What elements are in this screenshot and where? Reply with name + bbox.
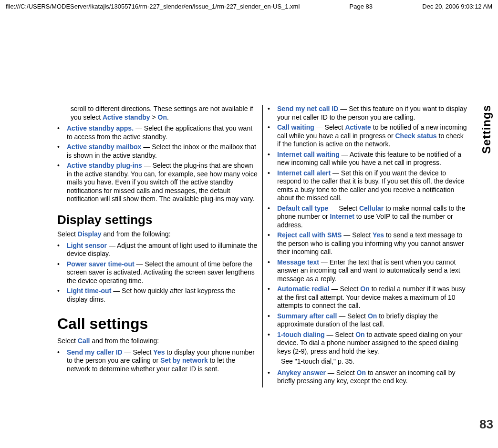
print-header: file:///C:/USERS/MODEServer/lkatajis/130… [0,0,498,12]
see-ref: See "1-touch dial," p. 35. [268,357,468,366]
header-page: Page 83 [350,3,373,10]
list-item: •Anykey answer — Select On to answer an … [268,369,468,386]
kw: On [360,285,369,293]
kw: Internet call waiting [277,151,340,158]
kw: On [368,312,377,320]
kw: Check status [395,132,436,140]
kw: On [357,369,366,377]
text: — Select [330,285,361,293]
bullet: • [268,123,277,149]
intro-paragraph: scroll to different directions. These se… [57,105,258,122]
kw: Send my caller ID [67,348,123,356]
list-item: •1-touch dialing — Select On to activate… [268,331,468,356]
bullet: • [57,162,67,204]
list-item: •Active standby apps. — Select the appli… [57,124,258,141]
list-item: •Call waiting — Select Activate to be no… [268,123,468,149]
kw: Active standby plug-ins [67,162,142,169]
bullet: • [268,331,277,356]
kw: Call waiting [277,123,314,131]
text: and from the following: [90,337,159,345]
text: Select [57,337,78,345]
bullet: • [268,169,277,203]
page-body: scroll to different directions. These se… [57,105,479,387]
text: — Select [342,231,373,239]
list-item: •Active standby mailbox — Select the inb… [57,143,258,160]
list-item: •Internet call waiting — Activate this f… [268,151,468,167]
list-item: •Power saver time-out — Select the amoun… [57,260,258,285]
bullet: • [268,258,277,284]
kw-set-by-network: Set by network [160,356,208,364]
display-intro: Select Display and from the following: [57,230,258,239]
list-item: •Default call type — Select Cellular to … [268,204,468,230]
bullet: • [57,348,67,374]
text: — Select [337,312,368,320]
kw: Activate [345,123,371,131]
kw: Power saver time-out [67,260,135,268]
kw: Cellular [359,204,384,212]
kw-call: Call [78,337,90,345]
bullet: • [57,260,67,285]
left-column: scroll to different directions. These se… [57,105,258,387]
kw: Light sensor [67,242,107,249]
list-item: •Message text — Enter the text that is s… [268,258,468,284]
side-tab-settings: Settings [480,105,493,154]
right-column: •Send my net call ID — Set this feature … [268,105,468,387]
kw-active-standby: Active standby [103,113,150,121]
list-item: •Reject call with SMS — Select Yes to se… [268,231,468,256]
header-timestamp: Dec 20, 2006 9:03:12 AM [422,3,492,10]
bullet: • [268,204,277,230]
text: — Select [314,123,345,131]
kw: Default call type [277,204,328,212]
kw: Internet [330,213,354,220]
bullet: • [268,369,277,386]
column-separator [262,105,263,387]
kw: Message text [277,258,319,266]
text: > [150,113,158,121]
kw: Active standby mailbox [67,143,141,151]
kw-yes: Yes [153,348,165,356]
list-item: •Automatic redial — Select On to redial … [268,285,468,310]
list-item: •Light time-out — Set how quickly after … [57,287,258,304]
heading-call-settings: Call settings [57,314,258,333]
kw: Anykey answer [277,369,326,377]
text: and from the following: [102,230,171,238]
bullet: • [57,287,67,304]
text: — Select [325,331,356,338]
bullet: • [268,151,277,167]
text: Select [57,230,78,238]
kw: Active standby apps. [67,124,134,132]
bullet: • [268,312,277,329]
text: — Select [328,204,359,212]
kw: 1-touch dialing [277,331,325,338]
list-item: •Send my net call ID — Set this feature … [268,105,468,122]
bullet: • [57,143,67,160]
page-number: 83 [479,417,493,432]
list-item: •Internet call alert — Set this on if yo… [268,169,468,203]
kw: Light time-out [67,287,111,295]
kw-on: On [158,113,167,121]
text: . [167,113,169,121]
kw: Send my net call ID [277,105,338,112]
bullet: • [57,124,67,141]
list-item: • Send my caller ID — Select Yes to disp… [57,348,258,374]
list-item: •Light sensor — Adjust the amount of lig… [57,242,258,258]
heading-display-settings: Display settings [57,212,258,228]
text: — Select [123,348,154,356]
bullet: • [57,242,67,258]
kw: Yes [373,231,384,239]
kw: Internet call alert [277,169,331,177]
call-intro: Select Call and from the following: [57,337,258,346]
text: — Select [326,369,357,377]
kw-display: Display [78,230,102,238]
list-item: •Active standby plug-ins — Select the pl… [57,162,258,204]
bullet: • [268,105,277,122]
bullet: • [268,285,277,310]
list-item: •Summary after call — Select On to brief… [268,312,468,329]
kw: On [355,331,364,338]
bullet: • [268,231,277,256]
kw: Reject call with SMS [277,231,342,239]
kw: Summary after call [277,312,337,320]
header-filepath: file:///C:/USERS/MODEServer/lkatajis/130… [6,3,300,10]
kw: Automatic redial [277,285,330,293]
